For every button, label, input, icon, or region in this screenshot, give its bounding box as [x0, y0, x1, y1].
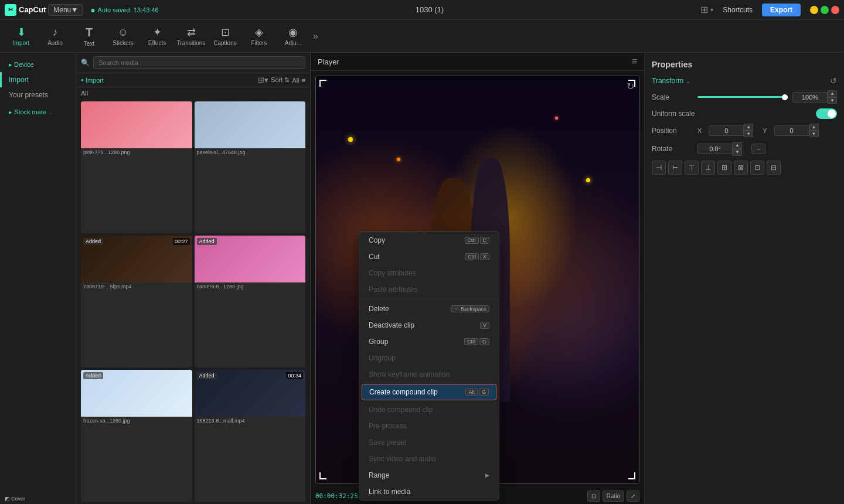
corner-handle-bl[interactable]: [319, 472, 326, 479]
top-bar-right: ⊞ ▾ Shortcuts Export: [700, 4, 839, 16]
ctx-cut[interactable]: Cut CtrlX: [359, 248, 499, 265]
ctx-range[interactable]: Range: [359, 467, 499, 483]
tool-import[interactable]: ⬇ Import: [5, 21, 38, 52]
sort-button[interactable]: Sort ⇅: [271, 76, 290, 84]
tool-audio[interactable]: ♪ Audio: [39, 21, 72, 52]
auto-save-status: ● Auto saved: 13:43:46: [90, 5, 158, 15]
align-right-button[interactable]: ⊤: [685, 161, 699, 175]
import-button[interactable]: Import: [81, 77, 104, 84]
align-distribute-v-button[interactable]: ⊟: [767, 161, 781, 175]
tool-text[interactable]: T Text: [73, 21, 106, 52]
media-panel: 🔍 Import ⊞▾ Sort ⇅ All ≡ All pink-776...…: [76, 53, 311, 504]
ctx-deactivate[interactable]: Deactivate clip V: [359, 317, 499, 333]
all-filter-button[interactable]: All: [292, 77, 299, 84]
media-item-3[interactable]: Added 00:27 7306719-...5fps.mp4: [81, 236, 192, 367]
sidebar-item-stock[interactable]: ▸ Stock mate...: [0, 105, 76, 120]
crop-button[interactable]: ⊡: [587, 491, 600, 502]
ctx-group[interactable]: Group CtrlG: [359, 333, 499, 350]
maximize-button[interactable]: [821, 6, 829, 14]
ctx-link-media-label: Link to media: [369, 488, 410, 496]
search-input[interactable]: [93, 56, 305, 69]
sidebar-item-presets[interactable]: Your presets: [0, 87, 76, 103]
ctx-save-preset: Save preset: [359, 434, 499, 451]
transform-section-header[interactable]: Transform ⌄ ↺: [652, 76, 837, 86]
scale-input[interactable]: [792, 92, 828, 103]
scale-spinbox: ▲ ▼: [792, 90, 837, 104]
transform-reset-button[interactable]: ↺: [830, 76, 837, 86]
ctx-save-preset-label: Save preset: [369, 438, 406, 447]
align-top-button[interactable]: ⊥: [701, 161, 715, 175]
search-icon: 🔍: [81, 59, 90, 67]
align-center-h-button[interactable]: ⊢: [668, 161, 682, 175]
media-all-label: All: [76, 87, 310, 99]
tool-captions[interactable]: ⊡ Captions: [209, 21, 241, 52]
position-y-increment-button[interactable]: ▲: [809, 124, 819, 131]
transitions-icon: ⇄: [187, 26, 196, 39]
toolbar-more-icon[interactable]: »: [313, 31, 318, 42]
ctx-group-shortcut: CtrlG: [464, 338, 489, 345]
ctx-link-media[interactable]: Link to media: [359, 483, 499, 500]
position-x-label: X: [697, 127, 702, 134]
ctx-copy[interactable]: Copy CtrlC: [359, 232, 499, 248]
fullscreen-button[interactable]: ⤢: [627, 491, 639, 502]
media-item-2-label: pexels-al...47648.jpg: [195, 148, 306, 156]
position-label: Position: [652, 127, 693, 135]
ctx-cut-shortcut: CtrlX: [465, 253, 489, 260]
position-row: Position X ▲ ▼ Y ▲ ▼: [652, 124, 837, 137]
rotate-reset-button[interactable]: −: [751, 144, 765, 154]
position-x-input[interactable]: [709, 125, 744, 136]
align-left-button[interactable]: ⊣: [652, 161, 666, 175]
window-controls: [810, 6, 839, 14]
minimize-button[interactable]: [810, 6, 818, 14]
media-item-2[interactable]: pexels-al...47648.jpg: [195, 101, 306, 233]
corner-handle-br[interactable]: [628, 472, 635, 479]
rotate-input[interactable]: [697, 144, 733, 154]
scale-increment-button[interactable]: ▲: [828, 90, 837, 97]
tool-stickers[interactable]: ☺ Stickers: [107, 21, 139, 52]
position-x-decrement-button[interactable]: ▼: [744, 131, 753, 138]
logo-icon: ✂: [5, 4, 16, 16]
position-y-decrement-button[interactable]: ▼: [809, 131, 819, 138]
main-toolbar: ⬇ Import ♪ Audio T Text ☺ Stickers ✦ Eff…: [0, 20, 844, 53]
align-bottom-button[interactable]: ⊠: [734, 161, 748, 175]
corner-handle-tl[interactable]: [319, 80, 326, 87]
sidebar-item-import[interactable]: Import: [0, 72, 76, 87]
rotate-decrement-button[interactable]: ▼: [733, 149, 742, 156]
uniform-scale-toggle-control[interactable]: [816, 108, 837, 119]
tool-effects[interactable]: ✦ Effects: [141, 21, 173, 52]
close-button[interactable]: [831, 6, 839, 14]
tool-filters[interactable]: ◈ Filters: [243, 21, 275, 52]
media-item-5-label: frozen-so...1280.jpg: [81, 417, 192, 425]
player-menu-icon[interactable]: ≡: [632, 56, 637, 67]
player-refresh-icon[interactable]: ↻: [627, 81, 634, 92]
scale-decrement-button[interactable]: ▼: [828, 97, 837, 104]
media-item-6[interactable]: Added 00:34 168213-8...mall.mp4: [195, 370, 306, 502]
align-distribute-h-button[interactable]: ⊡: [750, 161, 764, 175]
sidebar-item-device[interactable]: ▸ Device: [0, 57, 76, 72]
grid-view-icon[interactable]: ⊞▾: [258, 76, 268, 84]
tool-import-label: Import: [13, 40, 29, 46]
rotate-increment-button[interactable]: ▲: [733, 142, 742, 149]
media-item-4[interactable]: Added camera-8...1280.jpg: [195, 236, 306, 367]
media-item-1[interactable]: pink-776...1280.png: [81, 101, 192, 233]
media-item-5[interactable]: Added frozen-so...1280.jpg: [81, 370, 192, 502]
tool-adjust[interactable]: ◉ Adju...: [277, 21, 309, 52]
media-item-4-label: camera-8...1280.jpg: [195, 282, 306, 291]
export-button[interactable]: Export: [762, 4, 801, 16]
tool-transitions[interactable]: ⇄ Transitions: [175, 21, 207, 52]
position-y-input[interactable]: [774, 125, 809, 136]
filter-options-button[interactable]: ≡: [302, 77, 305, 84]
uniform-scale-toggle[interactable]: [816, 108, 837, 119]
ctx-deactivate-label: Deactivate clip: [369, 321, 414, 329]
layout-dropdown[interactable]: ▾: [710, 6, 713, 13]
scale-slider[interactable]: [697, 96, 788, 98]
menu-button[interactable]: Menu▼: [48, 4, 83, 16]
ratio-button[interactable]: Ratio: [603, 491, 624, 502]
media-toolbar-right: ⊞▾ Sort ⇅ All ≡: [258, 76, 305, 84]
ctx-delete[interactable]: Delete ← Backspace: [359, 301, 499, 317]
ctx-create-compound[interactable]: Create compound clip AltG: [362, 384, 496, 400]
position-x-spinbox: ▲ ▼: [709, 124, 753, 137]
shortcuts-button[interactable]: Shortcuts: [718, 5, 757, 15]
align-center-v-button[interactable]: ⊞: [717, 161, 731, 175]
position-x-increment-button[interactable]: ▲: [744, 124, 753, 131]
